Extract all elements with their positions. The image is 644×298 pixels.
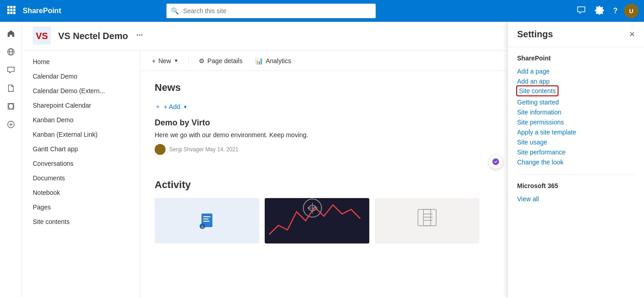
- left-nav: Home Calendar Demo Calendar Demo (Extern…: [22, 51, 140, 298]
- help-icon[interactable]: ?: [610, 5, 620, 17]
- copilot-button[interactable]: [488, 154, 503, 169]
- new-chevron: ▼: [174, 58, 178, 63]
- svg-rect-3: [7, 9, 10, 11]
- svg-rect-0: [7, 6, 10, 8]
- svg-rect-8: [13, 12, 15, 14]
- activity-card-3[interactable]: [375, 198, 479, 243]
- svg-rect-21: [203, 216, 211, 217]
- analytics-button[interactable]: 📊 Analytics: [251, 55, 296, 67]
- page-details-label: Page details: [207, 57, 242, 65]
- panel-close-button[interactable]: ✕: [629, 30, 635, 39]
- news-section-title: News: [155, 82, 181, 94]
- site-contents-link[interactable]: Site contents: [517, 86, 558, 95]
- activity-card-2[interactable]: [265, 198, 369, 243]
- svg-text:VS: VS: [36, 31, 48, 41]
- nav-item-sharepoint-calendar[interactable]: Sharepoint Calendar: [22, 98, 140, 113]
- panel-title: Settings: [517, 29, 553, 40]
- site-logo: VS: [33, 26, 51, 46]
- panel-header: Settings ✕: [508, 22, 644, 47]
- sidebar-globe-icon[interactable]: [3, 44, 19, 60]
- add-icon: ＋: [155, 103, 161, 111]
- nav-item-kanban-ext[interactable]: Kanban (External Link): [22, 127, 140, 142]
- panel-body: SharePoint Add a page Add an app Site co…: [508, 47, 644, 298]
- settings-panel: Settings ✕ SharePoint Add a page Add an …: [508, 22, 644, 298]
- sidebar-add-icon[interactable]: [3, 116, 19, 133]
- new-button[interactable]: + New ▼: [147, 55, 183, 67]
- top-bar: SharePoint 🔍 ? U: [0, 0, 644, 22]
- icon-sidebar: [0, 22, 22, 298]
- svg-rect-1: [10, 6, 13, 8]
- nav-item-pages[interactable]: Pages: [22, 200, 140, 214]
- svg-text:S: S: [201, 225, 203, 229]
- site-performance-link[interactable]: Site performance: [517, 147, 635, 157]
- nav-item-documents[interactable]: Documents: [22, 171, 140, 185]
- svg-point-18: [139, 35, 141, 36]
- nav-item-kanban-demo[interactable]: Kanban Demo: [22, 113, 140, 127]
- activity-card-1[interactable]: S: [155, 198, 259, 243]
- sidebar-chat-icon[interactable]: [3, 62, 19, 78]
- site-settings-icon[interactable]: [135, 30, 144, 42]
- top-bar-right: ? U: [574, 4, 639, 19]
- microsoft365-section-title: Microsoft 365: [517, 182, 635, 189]
- svg-rect-30: [418, 209, 431, 226]
- analytics-icon: 📊: [255, 57, 263, 65]
- svg-rect-7: [10, 12, 13, 14]
- add-a-page-link[interactable]: Add a page: [517, 66, 635, 76]
- nav-item-conversations[interactable]: Conversations: [22, 156, 140, 171]
- author-name: Sergi Shvager May 14, 2021: [169, 146, 238, 153]
- sidebar-book-icon[interactable]: [3, 98, 19, 114]
- search-input[interactable]: [166, 4, 376, 18]
- nav-item-site-contents[interactable]: Site contents: [22, 214, 140, 229]
- svg-rect-31: [423, 209, 436, 226]
- search-icon: 🔍: [171, 7, 179, 15]
- site-information-link[interactable]: Site information: [517, 107, 635, 117]
- change-look-link[interactable]: Change the look: [517, 157, 635, 167]
- nav-item-gantt[interactable]: Gantt Chart app: [22, 142, 140, 156]
- analytics-label: Analytics: [266, 57, 291, 65]
- new-label: New: [158, 57, 171, 65]
- avatar[interactable]: U: [624, 4, 639, 18]
- svg-rect-22: [203, 219, 209, 219]
- svg-rect-2: [13, 6, 15, 8]
- panel-divider: [517, 174, 635, 175]
- chat-icon[interactable]: [574, 4, 589, 19]
- add-an-app-link[interactable]: Add an app: [517, 76, 635, 86]
- svg-rect-5: [13, 9, 15, 11]
- svg-rect-6: [7, 12, 10, 14]
- page-details-button[interactable]: ⚙ Page details: [194, 55, 247, 67]
- site-permissions-link[interactable]: Site permissions: [517, 117, 635, 127]
- site-usage-link[interactable]: Site usage: [517, 137, 635, 147]
- add-label: + Add: [164, 103, 180, 110]
- nav-item-home[interactable]: Home: [22, 55, 140, 69]
- app-name: SharePoint: [23, 7, 61, 15]
- view-all-link[interactable]: View all: [517, 194, 635, 204]
- toolbar-separator: [188, 56, 189, 65]
- sidebar-doc-icon[interactable]: [3, 80, 19, 96]
- sidebar-home-icon[interactable]: [3, 25, 19, 42]
- site-title: VS Nectel Demo: [58, 31, 128, 41]
- nav-item-notebook[interactable]: Notebook: [22, 185, 140, 200]
- search-container: 🔍: [166, 4, 376, 18]
- svg-point-17: [137, 35, 138, 36]
- author-avatar: [155, 144, 166, 155]
- nav-item-calendar-demo[interactable]: Calendar Demo: [22, 69, 140, 84]
- getting-started-link[interactable]: Getting started: [517, 97, 635, 107]
- sharepoint-section-title: SharePoint: [517, 55, 635, 62]
- apply-site-template-link[interactable]: Apply a site template: [517, 127, 635, 137]
- svg-point-19: [141, 35, 143, 36]
- svg-rect-26: [265, 198, 369, 243]
- plus-icon: +: [152, 57, 156, 65]
- svg-rect-4: [10, 9, 13, 11]
- add-chevron: ▼: [183, 104, 187, 109]
- waffle-icon[interactable]: [5, 4, 17, 18]
- nav-item-calendar-demo-ext[interactable]: Calendar Demo (Extern...: [22, 84, 140, 98]
- svg-rect-23: [203, 221, 210, 222]
- page-details-icon: ⚙: [199, 57, 205, 65]
- settings-icon[interactable]: [592, 4, 607, 19]
